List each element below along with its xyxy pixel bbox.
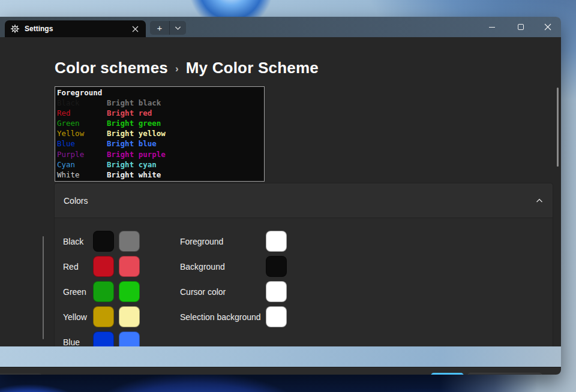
label-cursor-color: Cursor color	[180, 287, 226, 297]
swatch-red[interactable]	[93, 256, 114, 277]
colors-expander-header[interactable]: Colors	[54, 183, 553, 218]
minimize-icon[interactable]	[479, 17, 505, 37]
swatch-green[interactable]	[93, 281, 114, 302]
preview-color-white: White	[57, 170, 107, 180]
save-button[interactable]: Save	[431, 373, 464, 375]
settings-page: Color schemes › My Color Scheme Foregrou…	[0, 37, 561, 346]
swatch-yellow[interactable]	[93, 306, 114, 327]
breadcrumb: Color schemes › My Color Scheme	[55, 59, 319, 77]
footer-bar: Save Discard changes	[0, 367, 561, 375]
gear-icon	[11, 25, 19, 33]
preview-color-bright-blue: Bright blue	[107, 138, 157, 149]
colors-expander-content: Black Red Green Yellow Blue	[54, 218, 553, 346]
tab-close-icon[interactable]	[130, 23, 140, 34]
page-title: My Color Scheme	[186, 59, 319, 77]
open-json-button-partial[interactable]	[0, 373, 43, 375]
new-tab-icon[interactable]: +	[150, 21, 169, 35]
nav-scrollbar[interactable]	[43, 236, 44, 339]
preview-color-bright-cyan: Bright cyan	[107, 159, 157, 170]
preview-color-green: Green	[57, 118, 107, 128]
preview-color-blue: Blue	[57, 138, 107, 149]
maximize-icon[interactable]	[508, 17, 534, 37]
discard-changes-button[interactable]: Discard changes	[467, 373, 542, 375]
colors-section-title: Colors	[64, 196, 88, 206]
preview-color-bright-red: Bright red	[107, 108, 152, 118]
preview-color-bright-green: Bright green	[107, 118, 161, 128]
swatch-selection-background[interactable]	[266, 306, 287, 327]
swatch-background[interactable]	[266, 256, 287, 277]
label-red: Red	[63, 262, 79, 272]
tab-settings[interactable]: Settings	[5, 20, 146, 37]
new-tab-group: +	[150, 21, 186, 35]
label-black: Black	[63, 237, 83, 246]
preview-color-black: Black	[57, 98, 107, 108]
terminal-settings-window: Settings +	[0, 17, 561, 375]
swatch-cursor-color[interactable]	[266, 281, 287, 302]
breadcrumb-color-schemes[interactable]: Color schemes	[55, 59, 168, 77]
label-yellow: Yellow	[63, 312, 87, 322]
label-selection-background: Selection background	[180, 312, 261, 322]
swatch-black[interactable]	[93, 231, 114, 252]
label-blue: Blue	[63, 337, 80, 346]
titlebar[interactable]: Settings +	[0, 17, 561, 37]
preview-color-bright-white: Bright white	[107, 170, 161, 180]
colors-expander: Colors Black Red Green Yel	[54, 183, 553, 346]
swatch-blue[interactable]	[93, 331, 114, 346]
swatch-bright-green[interactable]	[119, 281, 140, 302]
terminal-preview: Foreground BlackBright black RedBright r…	[55, 86, 265, 182]
swatch-bright-yellow[interactable]	[119, 306, 140, 327]
screen: Settings +	[0, 0, 576, 392]
swatch-bright-blue[interactable]	[119, 331, 140, 346]
label-foreground: Foreground	[180, 237, 223, 246]
page-scrollbar[interactable]	[557, 88, 559, 167]
preview-color-bright-black: Bright black	[107, 98, 161, 108]
label-green: Green	[63, 287, 86, 297]
preview-color-purple: Purple	[57, 149, 107, 159]
preview-color-red: Red	[57, 108, 107, 118]
swatch-foreground[interactable]	[266, 231, 287, 252]
preview-color-yellow: Yellow	[57, 128, 107, 138]
swatch-bright-black[interactable]	[119, 231, 140, 252]
tab-dropdown-chevron-icon[interactable]	[170, 21, 186, 35]
swatch-bright-red[interactable]	[119, 256, 140, 277]
preview-foreground-label: Foreground	[57, 88, 102, 98]
preview-color-bright-purple: Bright purple	[107, 149, 166, 159]
close-icon[interactable]	[535, 17, 561, 37]
label-background: Background	[180, 262, 225, 272]
preview-color-cyan: Cyan	[57, 159, 107, 170]
preview-color-bright-yellow: Bright yellow	[107, 128, 166, 138]
chevron-up-icon[interactable]	[536, 198, 543, 203]
breadcrumb-chevron-icon: ›	[175, 63, 179, 75]
tab-title: Settings	[25, 25, 53, 33]
